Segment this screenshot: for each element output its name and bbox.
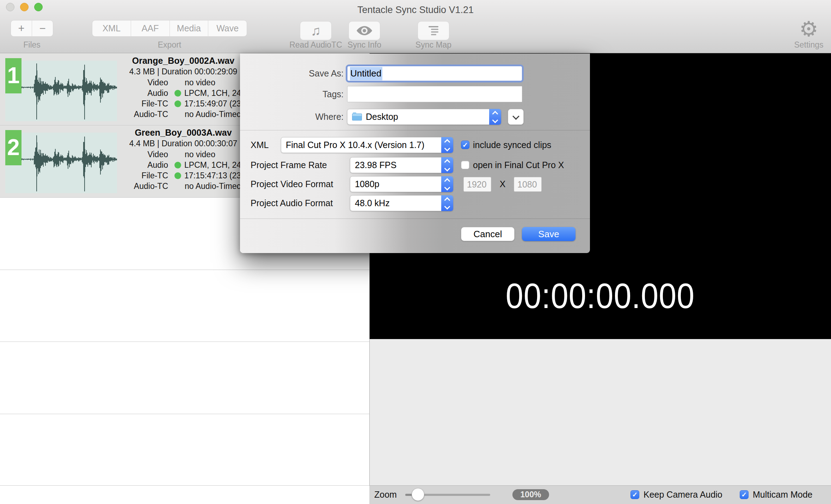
sync-info-button[interactable] (349, 21, 380, 40)
zoom-value-badge: 100% (512, 489, 549, 500)
stepper-arrows-icon (489, 109, 501, 125)
row-label: File-TC (99, 171, 168, 180)
export-wave-button[interactable]: Wave (208, 20, 247, 36)
zoom-label: Zoom (374, 485, 397, 504)
multicam-mode-checkbox[interactable]: ✓ (740, 490, 749, 499)
window-title: Tentacle Sync Studio V1.21 (0, 5, 831, 16)
row-label: File-TC (99, 99, 168, 109)
dialog-separator (240, 219, 590, 219)
open-in-fcpx-checkbox[interactable] (461, 161, 469, 169)
titlebar-toolbar: Tentacle Sync Studio V1.21 + − Files XML… (0, 0, 831, 53)
export-button-group: XML AAF Media Wave (92, 20, 247, 37)
check-icon: ✓ (462, 142, 468, 148)
status-dot-green (174, 162, 181, 168)
save-as-label: Save As: (240, 64, 344, 82)
audio-format-dropdown[interactable]: 48.0 kHz (350, 195, 453, 211)
keep-camera-audio-label: Keep Camera Audio (644, 485, 722, 504)
row-label: Video (99, 78, 168, 87)
folder-icon (352, 113, 362, 121)
row-label: Video (99, 150, 168, 159)
where-value: Desktop (366, 112, 398, 122)
audio-format-value: 48.0 kHz (355, 198, 390, 208)
row-label: Audio (99, 88, 168, 98)
include-synced-clips-checkbox[interactable]: ✓ (461, 141, 469, 149)
row-value: LPCM, 1CH, 24 (174, 160, 241, 170)
open-in-fcpx-label: open in Final Cut Pro X (473, 157, 564, 173)
audio-format-label: Project Audio Format (251, 195, 333, 211)
save-as-input[interactable]: Untitled (346, 64, 524, 82)
row-value: LPCM, 1CH, 24 (174, 88, 241, 98)
sync-map-caption: Sync Map (405, 40, 462, 50)
xml-version-dropdown[interactable]: Final Cut Pro X 10.4.x (Version 1.7) (281, 137, 453, 153)
files-caption: Files (11, 40, 53, 50)
row-value: 17:15:49:07 (23 (174, 99, 241, 109)
cancel-button[interactable]: Cancel (461, 227, 515, 241)
export-caption: Export (92, 40, 247, 50)
where-dropdown[interactable]: Desktop (347, 109, 501, 125)
add-file-button[interactable]: + (11, 20, 32, 36)
read-audiotc-button[interactable]: ♫ (300, 21, 332, 40)
stepper-arrows-icon (441, 157, 453, 173)
read-audiotc-caption: Read AudioTC (288, 40, 344, 50)
xml-version-value: Final Cut Pro X 10.4.x (Version 1.7) (286, 140, 424, 150)
row-label: Audio-TC (99, 110, 168, 119)
sync-info-caption: Sync Info (336, 40, 393, 50)
width-input[interactable]: 1920 (463, 177, 491, 192)
expand-dialog-button[interactable] (508, 109, 524, 125)
sync-map-button[interactable] (418, 21, 449, 40)
indented-list-icon (426, 25, 441, 36)
stepper-arrows-icon (441, 137, 453, 153)
keep-camera-audio-checkbox[interactable]: ✓ (630, 490, 639, 499)
frame-rate-label: Project Frame Rate (251, 157, 327, 173)
remove-file-button[interactable]: − (32, 20, 53, 36)
tags-input[interactable] (347, 86, 522, 102)
zoom-slider-knob[interactable] (412, 488, 424, 501)
gear-icon: ⚙ (799, 17, 818, 41)
row-label: Audio (99, 160, 168, 170)
check-icon: ✓ (632, 491, 638, 498)
stepper-arrows-icon (441, 195, 453, 211)
settings-caption: Settings (781, 40, 831, 50)
status-dot-green (174, 90, 181, 97)
video-format-dropdown[interactable]: 1080p (350, 176, 453, 192)
status-dot-green (174, 172, 181, 179)
music-note-icon: ♫ (311, 23, 321, 38)
timecode-display: 00:00:00.000 (393, 276, 808, 316)
row-label: Audio-TC (99, 182, 168, 191)
include-synced-clips-label: include synced clips (473, 137, 551, 153)
file-index-badge: 2 (5, 130, 21, 165)
selected-text: Untitled (350, 67, 382, 80)
sync-map-empty-pane (369, 339, 831, 485)
file-index-badge: 1 (5, 58, 21, 93)
files-button-group: + − (11, 20, 53, 37)
chevron-down-icon (512, 113, 519, 120)
eye-icon (356, 25, 373, 36)
dimension-x-separator: X (491, 176, 514, 192)
tags-label: Tags: (240, 86, 344, 102)
video-format-label: Project Video Format (251, 176, 333, 192)
save-button[interactable]: Save (522, 227, 575, 241)
stepper-arrows-icon (441, 176, 453, 192)
xml-label: XML (251, 137, 269, 153)
check-icon: ✓ (741, 491, 747, 498)
dialog-separator (240, 130, 590, 130)
settings-button[interactable]: ⚙ (797, 17, 820, 42)
multicam-mode-label: Multicam Mode (753, 485, 813, 504)
export-xml-button[interactable]: XML (92, 20, 131, 36)
where-label: Where: (240, 109, 344, 125)
save-dialog: Save As: Untitled Tags: Where: Desktop X… (240, 54, 590, 253)
row-value: 17:15:47:13 (23 (174, 171, 241, 180)
export-aaf-button[interactable]: AAF (131, 20, 170, 36)
frame-rate-dropdown[interactable]: 23.98 FPS (350, 157, 453, 173)
export-media-button[interactable]: Media (170, 20, 209, 36)
frame-rate-value: 23.98 FPS (355, 160, 396, 170)
video-format-value: 1080p (355, 179, 380, 189)
height-input[interactable]: 1080 (514, 177, 542, 192)
status-dot-green (174, 100, 181, 107)
